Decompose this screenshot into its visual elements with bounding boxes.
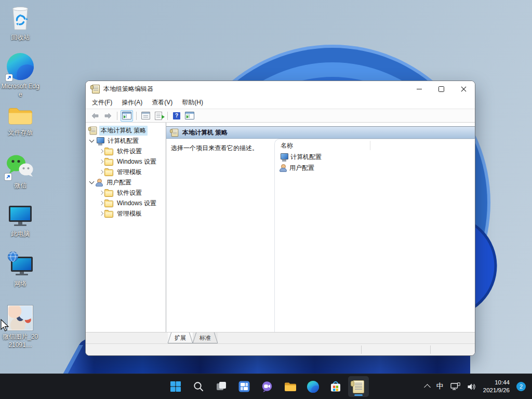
volume-icon[interactable] [467,383,476,391]
running-indicator [354,394,363,396]
toolbar-separator [117,112,117,120]
system-tray: 中 10:44 2021/9/26 2 [425,374,526,399]
scroll-icon [171,128,179,136]
shortcut-arrow-icon [6,74,12,81]
tree-item-admin-templates[interactable]: 管理模板 [86,167,166,177]
tree-item-label: 用户配置 [105,178,133,188]
image-thumbnail [8,305,33,330]
list-item-label: 用户配置 [289,164,314,172]
back-arrow-icon[interactable] [89,111,101,121]
minimize-button[interactable] [408,81,430,97]
status-bar [86,343,475,355]
toolbar [86,109,475,123]
tree-item-root[interactable]: 本地计算机 策略 [86,125,166,136]
edge-button[interactable] [302,376,323,397]
scroll-icon [90,126,97,135]
result-pane: 本地计算机 策略 选择一个项目来查看它的描述。 名称 计算机配置 [166,123,475,332]
clock-time: 10:44 [483,379,510,387]
chevron-down-icon[interactable] [88,138,95,144]
user-icon [279,164,287,172]
menu-file[interactable]: 文件(F) [87,97,117,109]
ime-indicator[interactable]: 中 [436,382,444,391]
chevron-right-icon[interactable] [98,169,104,176]
this-pc-icon [7,205,33,228]
tree-item-admin-templates[interactable]: 管理模板 [86,208,166,219]
chevron-right-icon[interactable] [98,148,104,155]
properties-icon[interactable] [140,111,151,121]
folder-icon [104,169,113,176]
tree-item-label: 管理模板 [115,209,143,219]
tree-item-label: 软件设置 [115,147,143,156]
taskbar-clock[interactable]: 10:44 2021/9/26 [483,379,510,394]
widgets-button[interactable] [234,376,255,397]
app-scroll-icon [92,85,100,94]
view-tabs: 扩展 标准 [86,332,475,343]
tree-item-windows-settings[interactable]: Windows 设置 [86,156,166,167]
tab-standard[interactable]: 标准 [193,332,218,343]
tray-chevron-up-icon[interactable] [424,384,431,391]
show-action-pane-icon[interactable] [184,111,195,121]
chevron-right-icon[interactable] [98,200,104,207]
toolbar-separator [167,112,168,120]
result-list: 名称 计算机配置 用户配置 [274,139,474,332]
tab-extended[interactable]: 扩展 [168,332,193,343]
tree-item-label: 计算机配置 [106,136,140,146]
menu-help[interactable]: 帮助(H) [177,97,208,109]
status-separator [430,345,431,354]
desktop-icon-microsoft-edge[interactable]: Microsoft Edge [0,53,41,99]
desktop-icon-wechat[interactable]: 微信 [0,153,41,190]
maximize-button[interactable] [430,81,453,97]
notification-badge[interactable]: 2 [516,382,526,391]
toolbar-separator [136,112,137,120]
desktop-icon-recycle-bin[interactable]: 回收站 [0,5,41,42]
name-column-header[interactable]: 名称 [275,139,474,152]
close-button[interactable] [453,81,475,97]
computer-icon [279,153,288,161]
task-view-button[interactable] [211,376,232,397]
tree-item-software-settings[interactable]: 软件设置 [86,188,166,198]
folder-icon [104,190,113,197]
desktop-icon-file-storage[interactable]: 文件存放 [0,105,41,137]
wechat-icon [6,153,35,179]
chevron-right-icon[interactable] [98,210,104,217]
group-policy-editor-taskbar-button[interactable] [348,376,369,397]
store-button[interactable] [325,376,346,397]
help-icon[interactable] [171,111,182,121]
title-bar[interactable]: 本地组策略编辑器 [86,81,475,97]
show-console-tree-icon[interactable] [121,110,133,122]
desktop-icon-label: 微信图片_2021091… [1,333,39,350]
tree-item-user-config[interactable]: 用户配置 [86,177,166,188]
list-item-user-config[interactable]: 用户配置 [275,163,474,174]
column-divider[interactable] [370,141,370,150]
export-list-icon[interactable] [153,111,164,121]
recycle-bin-icon [9,5,31,31]
folder-icon [104,149,113,155]
chevron-down-icon[interactable] [88,179,95,186]
list-item-computer-config[interactable]: 计算机配置 [275,152,474,163]
taskbar-center-icons [165,376,369,397]
desktop-icon-this-pc[interactable]: 此电脑 [0,205,41,238]
scroll-icon [353,380,364,393]
mouse-cursor [0,319,10,332]
tree-item-windows-settings[interactable]: Windows 设置 [86,198,166,208]
network-tray-icon[interactable] [450,382,460,391]
menu-view[interactable]: 查看(V) [147,97,177,109]
start-button[interactable] [165,376,186,397]
group-policy-editor-window: 本地组策略编辑器 文件(F) 操作(A) 查看(V) 帮助(H) [85,81,475,356]
chat-button[interactable] [257,376,277,397]
desktop-icon-network[interactable]: 网络 [0,251,41,288]
desktop-icon-label: 微信 [14,182,26,190]
search-button[interactable] [188,376,209,397]
chevron-right-icon[interactable] [98,158,104,165]
tree-item-computer-config[interactable]: 计算机配置 [86,136,166,146]
chevron-right-icon[interactable] [98,190,104,196]
console-client-area: 本地计算机 策略 计算机配置 软件设置 Windows 设置 [86,123,475,332]
file-explorer-button[interactable] [280,376,300,397]
tree-item-label: 软件设置 [115,188,143,198]
tree-item-software-settings[interactable]: 软件设置 [86,146,166,156]
shortcut-arrow-icon [5,174,11,180]
menu-action[interactable]: 操作(A) [117,97,147,109]
selection-description: 选择一个项目来查看它的描述。 [171,144,258,153]
console-tree: 本地计算机 策略 计算机配置 软件设置 Windows 设置 [86,123,166,332]
forward-arrow-icon[interactable] [102,111,114,121]
